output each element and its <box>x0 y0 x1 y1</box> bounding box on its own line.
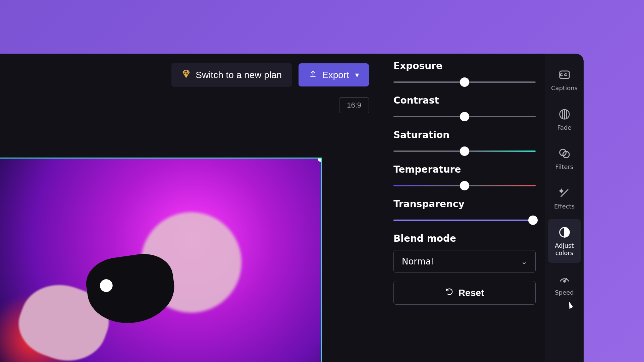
switch-plan-button[interactable]: Switch to a new plan <box>171 63 292 87</box>
blend-mode-group: Blend mode Normal ⌄ <box>393 233 536 273</box>
chevron-down-icon: ⌄ <box>521 257 527 266</box>
blend-mode-label: Blend mode <box>393 233 536 244</box>
tab-label: Speed <box>555 289 574 296</box>
aspect-ratio-button[interactable]: 16:9 <box>339 97 369 113</box>
tab-filters[interactable]: Filters <box>545 140 584 177</box>
slider-transparency-group: Transparency <box>393 198 536 225</box>
tab-label: Filters <box>555 163 574 171</box>
tab-label: Effects <box>554 203 575 210</box>
video-preview-canvas[interactable] <box>0 158 322 362</box>
temperature-slider[interactable] <box>393 181 536 190</box>
transparency-slider[interactable] <box>393 216 536 225</box>
switch-plan-label: Switch to a new plan <box>196 70 282 80</box>
saturation-label: Saturation <box>393 129 536 140</box>
aspect-ratio-value: 16:9 <box>347 101 361 109</box>
contrast-slider[interactable] <box>393 112 536 121</box>
slider-thumb[interactable] <box>460 77 469 87</box>
effects-wand-icon <box>558 187 571 199</box>
slider-temperature-group: Temperature <box>393 164 536 190</box>
slider-thumb[interactable] <box>460 146 469 156</box>
right-tab-strip: Captions Fade Filters Effects Adjust col… <box>545 54 584 362</box>
blend-mode-value: Normal <box>402 256 433 266</box>
tab-speed[interactable]: Speed <box>545 266 584 302</box>
slider-contrast-group: Contrast <box>393 95 536 121</box>
chevron-down-icon: ▾ <box>355 71 359 79</box>
slider-saturation-group: Saturation <box>393 129 536 156</box>
tab-captions[interactable]: Captions <box>545 62 584 98</box>
blend-mode-select[interactable]: Normal ⌄ <box>393 250 536 273</box>
export-label: Export <box>322 70 349 80</box>
slider-thumb[interactable] <box>460 112 469 121</box>
temperature-label: Temperature <box>393 164 536 175</box>
slider-thumb[interactable] <box>460 181 469 190</box>
tab-fade[interactable]: Fade <box>545 101 584 137</box>
slider-exposure-group: Exposure <box>393 60 536 87</box>
tab-effects[interactable]: Effects <box>545 180 584 216</box>
app-window: Switch to a new plan Export ▾ 16:9 Expos… <box>0 54 584 362</box>
exposure-label: Exposure <box>393 60 536 71</box>
tab-label: Fade <box>557 124 571 131</box>
reset-label: Reset <box>459 288 484 298</box>
exposure-slider[interactable] <box>393 77 536 87</box>
transparency-label: Transparency <box>393 198 536 209</box>
speed-gauge-icon <box>558 273 571 286</box>
reset-button[interactable]: Reset <box>393 281 536 305</box>
tab-adjust-colors[interactable]: Adjust colors <box>548 219 581 262</box>
slider-track <box>393 220 536 221</box>
undo-icon <box>445 287 454 298</box>
adjust-colors-panel: Exposure Contrast Saturation Temperature <box>384 57 545 305</box>
tab-label: Adjust colors <box>548 242 581 256</box>
upload-icon <box>309 69 317 80</box>
saturation-slider[interactable] <box>393 146 536 156</box>
premium-diamond-icon <box>181 69 191 81</box>
top-toolbar: Switch to a new plan Export ▾ <box>171 63 369 87</box>
contrast-label: Contrast <box>393 95 536 106</box>
captions-icon <box>558 68 571 81</box>
export-button[interactable]: Export ▾ <box>299 63 369 86</box>
filters-icon <box>558 147 571 160</box>
adjust-colors-icon <box>558 226 571 239</box>
tab-label: Captions <box>551 84 578 92</box>
fade-icon <box>558 108 571 121</box>
slider-thumb[interactable] <box>528 216 538 225</box>
